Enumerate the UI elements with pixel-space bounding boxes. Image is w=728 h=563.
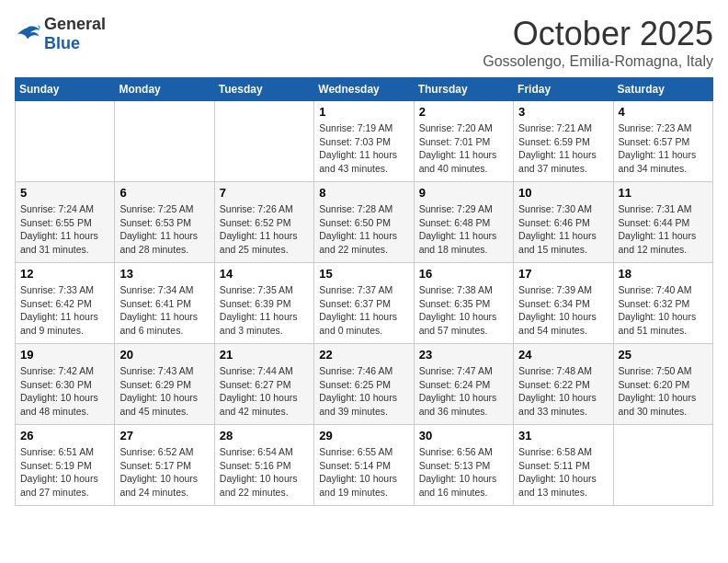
page-header: General Blue October 2025 Gossolengo, Em… — [15, 15, 713, 70]
month-title: October 2025 — [483, 15, 713, 53]
weekday-header-row: SundayMondayTuesdayWednesdayThursdayFrid… — [16, 78, 713, 101]
location: Gossolengo, Emilia-Romagna, Italy — [483, 53, 713, 70]
day-info: Sunrise: 6:55 AMSunset: 5:14 PMDaylight:… — [319, 445, 408, 500]
day-number: 17 — [518, 267, 608, 281]
logo: General Blue — [15, 15, 106, 53]
day-cell-23: 23Sunrise: 7:47 AMSunset: 6:24 PMDayligh… — [414, 344, 513, 425]
day-cell-8: 8Sunrise: 7:28 AMSunset: 6:50 PMDaylight… — [314, 182, 414, 263]
week-row-2: 5Sunrise: 7:24 AMSunset: 6:55 PMDaylight… — [16, 182, 713, 263]
day-info: Sunrise: 7:46 AMSunset: 6:25 PMDaylight:… — [319, 364, 408, 419]
weekday-header-wednesday: Wednesday — [314, 78, 414, 101]
day-info: Sunrise: 7:19 AMSunset: 7:03 PMDaylight:… — [319, 121, 408, 176]
day-number: 10 — [518, 186, 608, 200]
day-number: 27 — [119, 429, 209, 442]
day-number: 16 — [419, 267, 508, 281]
day-info: Sunrise: 7:30 AMSunset: 6:46 PMDaylight:… — [518, 202, 608, 257]
day-number: 11 — [619, 186, 708, 200]
day-info: Sunrise: 6:58 AMSunset: 5:11 PMDaylight:… — [518, 445, 608, 500]
day-info: Sunrise: 7:48 AMSunset: 6:22 PMDaylight:… — [518, 364, 608, 419]
day-cell-4: 4Sunrise: 7:23 AMSunset: 6:57 PMDaylight… — [613, 101, 712, 182]
day-info: Sunrise: 7:40 AMSunset: 6:32 PMDaylight:… — [619, 283, 708, 338]
day-info: Sunrise: 7:50 AMSunset: 6:20 PMDaylight:… — [619, 364, 708, 419]
day-info: Sunrise: 7:42 AMSunset: 6:30 PMDaylight:… — [20, 364, 109, 419]
day-number: 28 — [220, 429, 309, 442]
day-cell-20: 20Sunrise: 7:43 AMSunset: 6:29 PMDayligh… — [115, 344, 214, 425]
day-cell-27: 27Sunrise: 6:52 AMSunset: 5:17 PMDayligh… — [115, 425, 214, 506]
day-number: 14 — [220, 267, 309, 281]
logo-text: General Blue — [44, 15, 106, 53]
day-number: 18 — [619, 267, 708, 281]
day-cell-15: 15Sunrise: 7:37 AMSunset: 6:37 PMDayligh… — [314, 263, 414, 344]
week-row-5: 26Sunrise: 6:51 AMSunset: 5:19 PMDayligh… — [16, 425, 713, 506]
empty-cell — [613, 425, 712, 506]
day-number: 29 — [319, 429, 408, 442]
weekday-header-friday: Friday — [514, 78, 613, 101]
day-number: 9 — [419, 186, 508, 200]
weekday-header-monday: Monday — [115, 78, 214, 101]
day-cell-11: 11Sunrise: 7:31 AMSunset: 6:44 PMDayligh… — [613, 182, 712, 263]
day-cell-1: 1Sunrise: 7:19 AMSunset: 7:03 PMDaylight… — [314, 101, 414, 182]
day-cell-25: 25Sunrise: 7:50 AMSunset: 6:20 PMDayligh… — [613, 344, 712, 425]
day-cell-12: 12Sunrise: 7:33 AMSunset: 6:42 PMDayligh… — [16, 263, 115, 344]
day-number: 26 — [20, 429, 109, 442]
day-cell-2: 2Sunrise: 7:20 AMSunset: 7:01 PMDaylight… — [414, 101, 513, 182]
day-info: Sunrise: 7:43 AMSunset: 6:29 PMDaylight:… — [119, 364, 209, 419]
empty-cell — [214, 101, 313, 182]
day-info: Sunrise: 7:20 AMSunset: 7:01 PMDaylight:… — [419, 121, 508, 176]
day-number: 15 — [319, 267, 408, 281]
day-info: Sunrise: 7:35 AMSunset: 6:39 PMDaylight:… — [220, 283, 309, 338]
day-cell-13: 13Sunrise: 7:34 AMSunset: 6:41 PMDayligh… — [115, 263, 214, 344]
day-cell-5: 5Sunrise: 7:24 AMSunset: 6:55 PMDaylight… — [16, 182, 115, 263]
day-info: Sunrise: 7:31 AMSunset: 6:44 PMDaylight:… — [619, 202, 708, 257]
day-number: 25 — [619, 348, 708, 362]
day-info: Sunrise: 7:44 AMSunset: 6:27 PMDaylight:… — [220, 364, 309, 419]
day-info: Sunrise: 7:21 AMSunset: 6:59 PMDaylight:… — [518, 121, 608, 176]
day-number: 6 — [119, 186, 209, 200]
day-number: 19 — [20, 348, 109, 362]
day-cell-7: 7Sunrise: 7:26 AMSunset: 6:52 PMDaylight… — [214, 182, 313, 263]
calendar-table: SundayMondayTuesdayWednesdayThursdayFrid… — [15, 77, 713, 506]
weekday-header-sunday: Sunday — [16, 78, 115, 101]
day-cell-31: 31Sunrise: 6:58 AMSunset: 5:11 PMDayligh… — [514, 425, 613, 506]
day-number: 20 — [119, 348, 209, 362]
logo-general: General — [44, 15, 106, 33]
day-cell-30: 30Sunrise: 6:56 AMSunset: 5:13 PMDayligh… — [414, 425, 513, 506]
day-info: Sunrise: 7:25 AMSunset: 6:53 PMDaylight:… — [119, 202, 209, 257]
week-row-3: 12Sunrise: 7:33 AMSunset: 6:42 PMDayligh… — [16, 263, 713, 344]
day-number: 24 — [518, 348, 608, 362]
day-number: 23 — [419, 348, 508, 362]
title-area: October 2025 Gossolengo, Emilia-Romagna,… — [483, 15, 713, 70]
day-cell-28: 28Sunrise: 6:54 AMSunset: 5:16 PMDayligh… — [214, 425, 313, 506]
day-cell-22: 22Sunrise: 7:46 AMSunset: 6:25 PMDayligh… — [314, 344, 414, 425]
day-info: Sunrise: 7:24 AMSunset: 6:55 PMDaylight:… — [20, 202, 109, 257]
day-info: Sunrise: 6:56 AMSunset: 5:13 PMDaylight:… — [419, 445, 508, 500]
day-info: Sunrise: 7:23 AMSunset: 6:57 PMDaylight:… — [619, 121, 708, 176]
week-row-4: 19Sunrise: 7:42 AMSunset: 6:30 PMDayligh… — [16, 344, 713, 425]
day-info: Sunrise: 7:37 AMSunset: 6:37 PMDaylight:… — [319, 283, 408, 338]
day-cell-17: 17Sunrise: 7:39 AMSunset: 6:34 PMDayligh… — [514, 263, 613, 344]
day-cell-3: 3Sunrise: 7:21 AMSunset: 6:59 PMDaylight… — [514, 101, 613, 182]
day-cell-14: 14Sunrise: 7:35 AMSunset: 6:39 PMDayligh… — [214, 263, 313, 344]
day-number: 22 — [319, 348, 408, 362]
empty-cell — [115, 101, 214, 182]
weekday-header-tuesday: Tuesday — [214, 78, 313, 101]
day-info: Sunrise: 7:33 AMSunset: 6:42 PMDaylight:… — [20, 283, 109, 338]
day-cell-19: 19Sunrise: 7:42 AMSunset: 6:30 PMDayligh… — [16, 344, 115, 425]
weekday-header-thursday: Thursday — [414, 78, 513, 101]
day-number: 3 — [518, 105, 608, 119]
day-cell-10: 10Sunrise: 7:30 AMSunset: 6:46 PMDayligh… — [514, 182, 613, 263]
day-info: Sunrise: 7:47 AMSunset: 6:24 PMDaylight:… — [419, 364, 508, 419]
day-number: 31 — [518, 429, 608, 442]
day-number: 8 — [319, 186, 408, 200]
day-number: 12 — [20, 267, 109, 281]
day-cell-24: 24Sunrise: 7:48 AMSunset: 6:22 PMDayligh… — [514, 344, 613, 425]
day-cell-29: 29Sunrise: 6:55 AMSunset: 5:14 PMDayligh… — [314, 425, 414, 506]
day-info: Sunrise: 7:39 AMSunset: 6:34 PMDaylight:… — [518, 283, 608, 338]
weekday-header-saturday: Saturday — [613, 78, 712, 101]
day-number: 4 — [619, 105, 708, 119]
day-number: 1 — [319, 105, 408, 119]
day-number: 30 — [419, 429, 508, 442]
day-number: 21 — [220, 348, 309, 362]
day-info: Sunrise: 6:51 AMSunset: 5:19 PMDaylight:… — [20, 445, 109, 500]
week-row-1: 1Sunrise: 7:19 AMSunset: 7:03 PMDaylight… — [16, 101, 713, 182]
